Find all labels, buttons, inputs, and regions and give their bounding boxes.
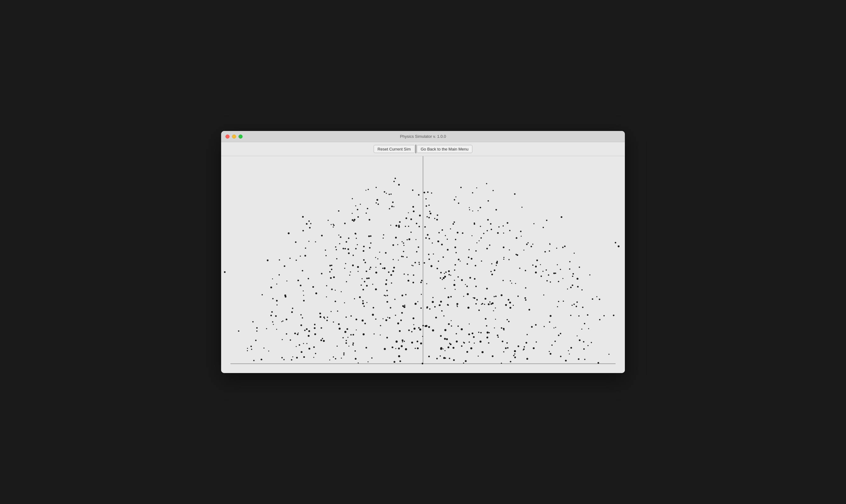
close-button[interactable] bbox=[226, 134, 230, 139]
maximize-button[interactable] bbox=[239, 134, 243, 139]
main-menu-button[interactable]: Go Back to the Main Menu bbox=[417, 145, 473, 153]
reset-sim-button[interactable]: Reset Current Sim bbox=[374, 145, 415, 153]
simulation-canvas bbox=[221, 156, 625, 373]
app-window: Physics Simulator v. 1.0.0 Reset Current… bbox=[221, 131, 625, 373]
titlebar: Physics Simulator v. 1.0.0 bbox=[221, 131, 625, 142]
window-title: Physics Simulator v. 1.0.0 bbox=[400, 134, 446, 139]
traffic-lights bbox=[226, 134, 243, 139]
toolbar: Reset Current Sim Go Back to the Main Me… bbox=[221, 142, 625, 156]
simulation-area bbox=[221, 156, 625, 373]
minimize-button[interactable] bbox=[232, 134, 236, 139]
toolbar-divider bbox=[416, 145, 416, 153]
